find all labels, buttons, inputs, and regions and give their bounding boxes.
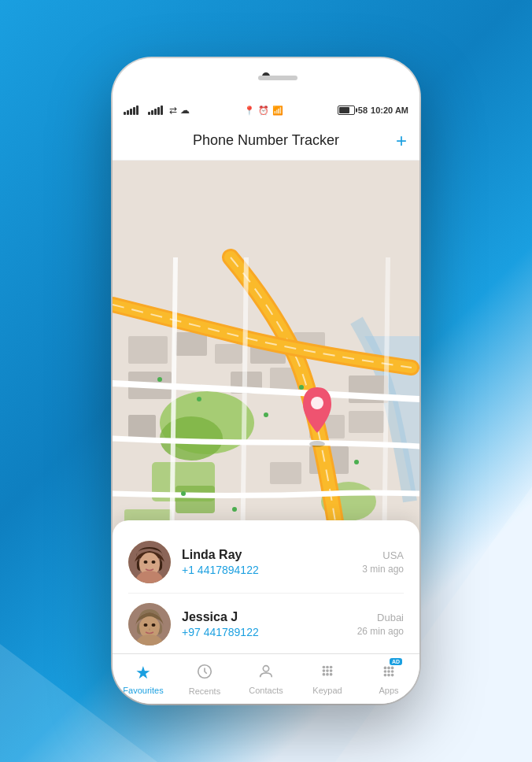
phone-speaker	[258, 76, 297, 80]
svg-point-27	[181, 491, 186, 496]
svg-point-29	[354, 460, 359, 464]
status-right: 58 10:20 AM	[338, 105, 408, 115]
contact-item-1[interactable]: Linda Ray +1 4417894122 USA 3 min ago	[113, 533, 419, 591]
svg-point-51	[384, 667, 387, 670]
signal-bar2-2	[151, 110, 153, 115]
add-button[interactable]: +	[396, 130, 407, 152]
signal-bar2-1	[148, 112, 150, 115]
svg-point-34	[144, 560, 148, 564]
status-left: ⇄ ☁	[124, 105, 190, 116]
signal-bar-3	[130, 109, 132, 115]
ad-badge: AD	[390, 658, 402, 665]
status-icons: 📍 ⏰ 📶	[244, 105, 283, 116]
signal-bars-2	[148, 105, 163, 115]
contact-phone-1: +1 4417894122	[182, 564, 351, 576]
tab-keypad[interactable]: Keypad	[297, 663, 358, 695]
signal-bar2-3	[154, 109, 157, 115]
svg-point-55	[387, 670, 390, 673]
svg-point-44	[330, 666, 333, 669]
clock-time: 10:20 AM	[371, 105, 408, 115]
contact-location-1: USA	[362, 549, 404, 561]
svg-point-35	[152, 560, 156, 564]
signal-bars	[124, 105, 139, 115]
svg-point-59	[391, 674, 394, 677]
tab-favourites[interactable]: ★ Favourites	[113, 663, 174, 695]
svg-point-39	[152, 623, 156, 627]
svg-rect-8	[175, 332, 207, 356]
divider-1	[128, 593, 404, 594]
tab-recents[interactable]: Recents	[174, 663, 235, 696]
svg-rect-16	[128, 415, 156, 438]
avatar-svg-2	[128, 603, 171, 645]
contact-location-2: Dubai	[357, 612, 404, 623]
wifi-icon: 📶	[272, 105, 283, 116]
svg-point-31	[311, 397, 323, 409]
contact-info-2: Jessica J +97 441789122	[182, 610, 346, 638]
svg-rect-7	[128, 336, 168, 364]
svg-point-28	[232, 507, 237, 512]
svg-point-42	[323, 666, 326, 669]
alarm-icon: ⏰	[258, 105, 269, 116]
tab-contacts[interactable]: Contacts	[235, 663, 297, 695]
bottom-card: Linda Ray +1 4417894122 USA 3 min ago	[113, 520, 419, 653]
svg-point-56	[391, 670, 394, 673]
svg-rect-4	[175, 486, 215, 513]
hotspot-icon: ⇄	[169, 105, 177, 116]
signal-bar2-5	[161, 105, 163, 115]
contact-item-2[interactable]: Jessica J +97 441789122 Dubai 26 min ago	[113, 595, 419, 653]
svg-point-38	[144, 623, 148, 627]
contact-avatar-2	[128, 603, 171, 645]
app-header: Phone Number Tracker +	[113, 121, 419, 161]
contacts-icon	[257, 663, 275, 683]
contact-name-1: Linda Ray	[182, 548, 351, 562]
contact-info-1: Linda Ray +1 4417894122	[182, 548, 351, 576]
svg-point-45	[323, 669, 326, 672]
avatar-svg-1	[128, 541, 171, 583]
svg-point-24	[197, 397, 201, 401]
svg-point-26	[299, 385, 304, 390]
contact-time-2: 26 min ago	[357, 626, 404, 637]
apps-icon: AD	[380, 663, 397, 683]
tab-label-apps: Apps	[379, 686, 398, 695]
svg-point-46	[326, 669, 329, 672]
tab-label-keypad: Keypad	[312, 686, 342, 695]
tab-label-favourites: Favourites	[123, 686, 163, 695]
map-area[interactable]: Linda Ray +1 4417894122 USA 3 min ago	[113, 161, 419, 653]
svg-point-30	[309, 441, 325, 447]
location-icon: 📍	[244, 105, 255, 116]
svg-point-47	[330, 669, 333, 672]
svg-point-23	[157, 377, 162, 382]
contact-meta-2: Dubai 26 min ago	[357, 612, 404, 637]
phone-frame: ⇄ ☁ 📍 ⏰ 📶 58 10:20 AM Phone Number Track…	[113, 58, 419, 704]
battery-icon	[338, 105, 355, 115]
contact-avatar-1	[128, 541, 171, 583]
svg-point-53	[391, 667, 394, 670]
contact-phone-2: +97 441789122	[182, 626, 346, 638]
contact-time-1: 3 min ago	[362, 564, 404, 575]
signal-bar-2	[127, 110, 129, 115]
svg-point-43	[326, 666, 329, 669]
app-title: Phone Number Tracker	[193, 132, 339, 149]
status-bar: ⇄ ☁ 📍 ⏰ 📶 58 10:20 AM	[113, 99, 419, 121]
svg-rect-18	[349, 411, 384, 433]
svg-point-52	[387, 667, 390, 670]
battery-tip	[356, 109, 357, 113]
svg-point-49	[326, 673, 329, 676]
svg-point-57	[384, 674, 387, 677]
tab-label-recents: Recents	[189, 686, 220, 696]
svg-point-54	[384, 670, 387, 673]
svg-rect-15	[270, 462, 301, 484]
svg-point-50	[330, 673, 333, 676]
battery-level: 58	[358, 105, 368, 115]
cloud-icon: ☁	[180, 105, 190, 116]
svg-point-48	[323, 673, 326, 676]
contact-name-2: Jessica J	[182, 610, 346, 624]
svg-rect-9	[215, 344, 242, 364]
phone-top-bar	[113, 58, 419, 99]
signal-bar-4	[133, 107, 135, 115]
battery-fill	[339, 107, 350, 113]
tab-label-contacts: Contacts	[249, 686, 283, 695]
svg-point-41	[263, 666, 268, 671]
signal-bar2-4	[157, 107, 160, 115]
tab-bar: ★ Favourites Recents Contacts	[113, 653, 419, 704]
